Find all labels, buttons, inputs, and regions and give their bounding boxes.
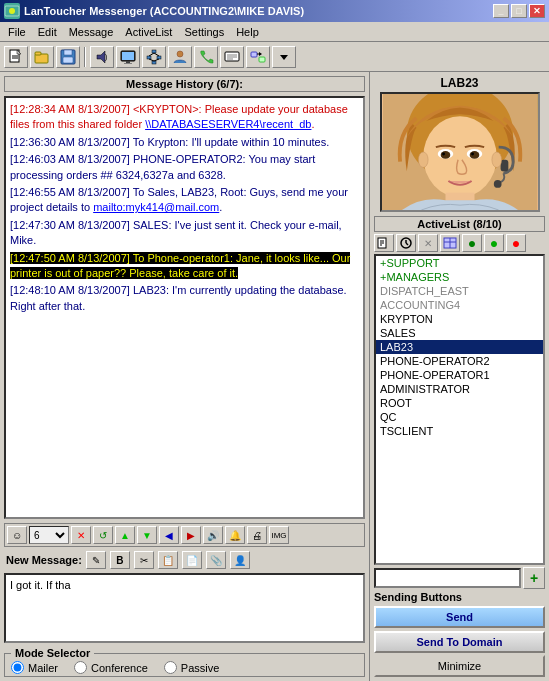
monitor-btn[interactable] bbox=[116, 46, 140, 68]
link-db[interactable]: \\DATABASESERVER4\recent_db bbox=[145, 118, 311, 130]
message-history-title: Message History (6/7): bbox=[4, 76, 365, 92]
msg-3: [12:46:03 AM 8/13/2007] PHONE-OPERATOR2:… bbox=[10, 152, 359, 183]
search-input[interactable] bbox=[374, 568, 521, 588]
network-btn[interactable] bbox=[142, 46, 166, 68]
al-btn-4[interactable] bbox=[440, 234, 460, 252]
list-item-accounting4[interactable]: ACCOUNTING4 bbox=[376, 298, 543, 312]
active-list-title: ActiveList (8/10) bbox=[374, 216, 545, 232]
radio-conference[interactable]: Conference bbox=[74, 661, 148, 674]
cancel-btn2[interactable]: ✕ bbox=[71, 526, 91, 544]
menu-activelist[interactable]: ActiveList bbox=[119, 24, 178, 40]
svg-point-39 bbox=[440, 151, 450, 159]
al-btn-2[interactable] bbox=[396, 234, 416, 252]
radio-passive[interactable]: Passive bbox=[164, 661, 220, 674]
active-list-box[interactable]: +SUPPORT +MANAGERS DISPATCH_EAST ACCOUNT… bbox=[374, 254, 545, 565]
title-bar: LanToucher Messenger (ACCOUNTING2\MIKE D… bbox=[0, 0, 549, 22]
maximize-window-btn[interactable]: □ bbox=[511, 4, 527, 18]
window-title: LanToucher Messenger (ACCOUNTING2\MIKE D… bbox=[24, 5, 493, 17]
print-small-btn[interactable]: 🖨 bbox=[247, 526, 267, 544]
svg-rect-29 bbox=[251, 52, 257, 57]
svg-line-22 bbox=[149, 59, 154, 61]
al-btn-1[interactable] bbox=[374, 234, 394, 252]
al-btn-green1[interactable]: ● bbox=[462, 234, 482, 252]
close-window-btn[interactable]: ✕ bbox=[529, 4, 545, 18]
send-to-domain-button[interactable]: Send To Domain bbox=[374, 631, 545, 653]
message-input[interactable]: I got it. If tha bbox=[4, 573, 365, 643]
input-toolbar-1: ☺ 6789101214 ✕ ↺ ▲ ▼ ◀ ▶ 🔊 🔔 🖨 IMG bbox=[4, 523, 365, 547]
right-btn[interactable]: ▶ bbox=[181, 526, 201, 544]
left-btn[interactable]: ◀ bbox=[159, 526, 179, 544]
add-btn[interactable]: + bbox=[523, 567, 545, 589]
save-btn[interactable] bbox=[56, 46, 80, 68]
list-item-sales[interactable]: SALES bbox=[376, 326, 543, 340]
list-item-tsclient[interactable]: TSCLIENT bbox=[376, 424, 543, 438]
refresh-btn[interactable]: ↺ bbox=[93, 526, 113, 544]
font-size-select[interactable]: 6789101214 bbox=[29, 526, 69, 544]
toolbar-sep-1 bbox=[84, 47, 86, 67]
attach-small-btn[interactable]: 📎 bbox=[206, 551, 226, 569]
message-history[interactable]: [12:28:34 AM 8/13/2007] <KRYPTON>: Pleas… bbox=[4, 96, 365, 519]
bold-small-btn[interactable]: B bbox=[110, 551, 130, 569]
copy-small-btn[interactable]: 📋 bbox=[158, 551, 178, 569]
down-btn[interactable]: ▼ bbox=[137, 526, 157, 544]
msg-5: [12:47:30 AM 8/13/2007] SALES: I've just… bbox=[10, 218, 359, 249]
list-item-dispatch[interactable]: DISPATCH_EAST bbox=[376, 284, 543, 298]
al-btn-red[interactable]: ● bbox=[506, 234, 526, 252]
msg-4: [12:46:55 AM 8/13/2007] To Sales, LAB23,… bbox=[10, 185, 359, 216]
svg-line-20 bbox=[149, 53, 154, 56]
minimize-button[interactable]: Minimize bbox=[374, 655, 545, 677]
list-item-managers[interactable]: +MANAGERS bbox=[376, 270, 543, 284]
list-item-lab23[interactable]: LAB23 bbox=[376, 340, 543, 354]
speaker-btn[interactable]: ) bbox=[90, 46, 114, 68]
list-item-admin[interactable]: ADMINISTRATOR bbox=[376, 382, 543, 396]
transfer-btn[interactable] bbox=[246, 46, 270, 68]
menu-file[interactable]: File bbox=[2, 24, 32, 40]
dropdown-btn[interactable] bbox=[272, 46, 296, 68]
svg-rect-15 bbox=[124, 63, 132, 64]
list-item-root[interactable]: ROOT bbox=[376, 396, 543, 410]
al-btn-green2[interactable]: ● bbox=[484, 234, 504, 252]
user-btn[interactable] bbox=[168, 46, 192, 68]
svg-marker-33 bbox=[280, 55, 288, 60]
cut-small-btn[interactable]: ✂ bbox=[134, 551, 154, 569]
svg-line-54 bbox=[406, 243, 408, 245]
search-area: + bbox=[374, 567, 545, 589]
user-photo-area: LAB23 bbox=[374, 76, 545, 212]
al-btn-3[interactable]: ✕ bbox=[418, 234, 438, 252]
svg-rect-8 bbox=[64, 50, 72, 55]
minimize-window-btn[interactable]: _ bbox=[493, 4, 509, 18]
emoticon-btn[interactable]: ☺ bbox=[7, 526, 27, 544]
menu-help[interactable]: Help bbox=[230, 24, 265, 40]
new-btn[interactable] bbox=[4, 46, 28, 68]
menu-edit[interactable]: Edit bbox=[32, 24, 63, 40]
list-item-support[interactable]: +SUPPORT bbox=[376, 256, 543, 270]
open-btn[interactable] bbox=[30, 46, 54, 68]
list-item-krypton[interactable]: KRYPTON bbox=[376, 312, 543, 326]
list-item-phone-op2[interactable]: PHONE-OPERATOR2 bbox=[376, 354, 543, 368]
new-message-label: New Message: bbox=[6, 554, 82, 566]
paste-small-btn[interactable]: 📄 bbox=[182, 551, 202, 569]
photo-small-btn[interactable]: 👤 bbox=[230, 551, 250, 569]
active-list-toolbar: ✕ ● ● ● bbox=[374, 234, 545, 252]
list-item-qc[interactable]: QC bbox=[376, 410, 543, 424]
radio-mailer[interactable]: Mailer bbox=[11, 661, 58, 674]
send-button[interactable]: Send bbox=[374, 606, 545, 628]
list-item-phone-op1[interactable]: PHONE-OPERATOR1 bbox=[376, 368, 543, 382]
msg-6: [12:47:50 AM 8/13/2007] To Phone-operato… bbox=[10, 251, 359, 282]
msg-1: [12:28:34 AM 8/13/2007] <KRYPTON>: Pleas… bbox=[10, 102, 359, 133]
menu-bar: File Edit Message ActiveList Settings He… bbox=[0, 22, 549, 42]
phone-btn[interactable] bbox=[194, 46, 218, 68]
link-email[interactable]: mailto:myk414@mail.com bbox=[93, 201, 219, 213]
speaker-small-btn[interactable]: 🔊 bbox=[203, 526, 223, 544]
msg-btn[interactable] bbox=[220, 46, 244, 68]
msg-2: [12:36:30 AM 8/13/2007] To Krypton: I'll… bbox=[10, 135, 359, 150]
svg-point-46 bbox=[491, 152, 501, 167]
menu-settings[interactable]: Settings bbox=[178, 24, 230, 40]
up-btn[interactable]: ▲ bbox=[115, 526, 135, 544]
menu-message[interactable]: Message bbox=[63, 24, 120, 40]
msg-7: [12:48:10 AM 8/13/2007] LAB23: I'm curre… bbox=[10, 283, 359, 314]
bell-btn[interactable]: 🔔 bbox=[225, 526, 245, 544]
svg-rect-43 bbox=[500, 160, 508, 172]
image-small-btn[interactable]: IMG bbox=[269, 526, 289, 544]
edit-btn[interactable]: ✎ bbox=[86, 551, 106, 569]
